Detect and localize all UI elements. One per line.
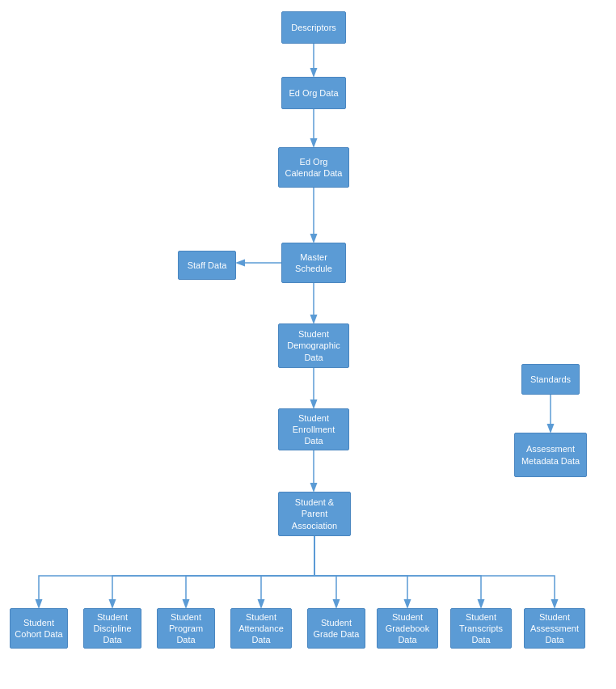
node-student-enrollment: Student Enrollment Data xyxy=(278,408,349,450)
node-ed-org-calendar: Ed Org Calendar Data xyxy=(278,147,349,188)
node-student-gradebook: Student Gradebook Data xyxy=(377,608,438,649)
node-master-schedule: Master Schedule xyxy=(281,243,346,283)
node-staff-data: Staff Data xyxy=(178,251,236,280)
node-student-cohort: Student Cohort Data xyxy=(10,608,68,649)
node-assessment-metadata: Assessment Metadata Data xyxy=(514,433,587,477)
diagram: Descriptors Ed Org Data Ed Org Calendar … xyxy=(0,0,616,689)
node-student-grade: Student Grade Data xyxy=(307,608,365,649)
node-standards: Standards xyxy=(521,364,580,395)
node-descriptors: Descriptors xyxy=(281,11,346,44)
node-student-discipline: Student Discipline Data xyxy=(83,608,141,649)
node-student-assessment: Student Assessment Data xyxy=(524,608,585,649)
node-student-demographic: Student Demographic Data xyxy=(278,323,349,368)
node-ed-org-data: Ed Org Data xyxy=(281,77,346,109)
node-student-transcripts: Student Transcripts Data xyxy=(450,608,512,649)
node-student-program: Student Program Data xyxy=(157,608,215,649)
node-student-parent: Student & Parent Association xyxy=(278,492,351,536)
node-student-attendance: Student Attendance Data xyxy=(230,608,292,649)
